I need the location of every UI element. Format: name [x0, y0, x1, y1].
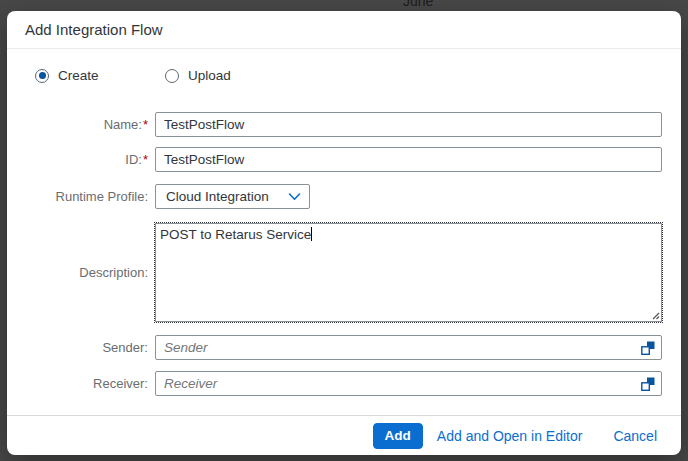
add-button[interactable]: Add [373, 423, 423, 449]
description-text: POST to Retarus Service [160, 227, 311, 242]
runtime-profile-select[interactable]: Cloud Integration [155, 184, 310, 209]
receiver-input[interactable] [155, 371, 662, 396]
sender-row: Sender: [7, 335, 681, 360]
required-marker: * [143, 152, 148, 167]
name-input[interactable] [155, 112, 662, 137]
radio-unselected-icon [165, 69, 179, 83]
resize-handle-icon[interactable] [650, 310, 660, 320]
mode-radio-group: Create Upload [7, 68, 681, 84]
dialog-header[interactable]: Add Integration Flow [7, 11, 681, 49]
create-radio-label: Create [58, 68, 99, 83]
sender-input[interactable] [155, 335, 662, 360]
description-label: Description: [7, 223, 148, 322]
sender-label: Sender: [7, 335, 148, 360]
chevron-down-icon [288, 193, 301, 201]
runtime-profile-label: Runtime Profile: [7, 184, 148, 209]
name-label: Name:* [7, 112, 148, 137]
cancel-button[interactable]: Cancel [602, 423, 659, 449]
id-row: ID:* [7, 147, 681, 172]
id-label: ID:* [7, 147, 148, 172]
value-help-icon [640, 376, 656, 392]
upload-radio-label: Upload [188, 68, 231, 83]
runtime-profile-value: Cloud Integration [166, 189, 288, 204]
background-clipped-text: June [403, 0, 433, 9]
text-cursor [311, 227, 312, 241]
add-and-open-in-editor-button[interactable]: Add and Open in Editor [426, 423, 594, 449]
id-input[interactable] [155, 147, 662, 172]
dialog-footer: Add Add and Open in Editor Cancel [7, 415, 681, 455]
runtime-profile-row: Runtime Profile: Cloud Integration [7, 184, 681, 209]
sender-value-help-button[interactable] [639, 339, 657, 356]
upload-radio[interactable]: Upload [165, 68, 231, 83]
dimmed-overlay-background: { "background": { "clipped_text": "June"… [0, 0, 688, 461]
name-row: Name:* [7, 112, 681, 137]
dialog-title: Add Integration Flow [25, 11, 163, 49]
value-help-icon [640, 340, 656, 356]
create-radio[interactable]: Create [35, 68, 99, 83]
add-integration-flow-dialog: Add Integration Flow Create Upload Name:… [7, 11, 681, 455]
receiver-row: Receiver: [7, 371, 681, 396]
description-row: Description: POST to Retarus Service [7, 223, 681, 322]
required-marker: * [143, 117, 148, 132]
receiver-label: Receiver: [7, 371, 148, 396]
receiver-value-help-button[interactable] [639, 375, 657, 392]
radio-selected-icon [35, 69, 49, 83]
description-textarea[interactable]: POST to Retarus Service [155, 223, 662, 322]
